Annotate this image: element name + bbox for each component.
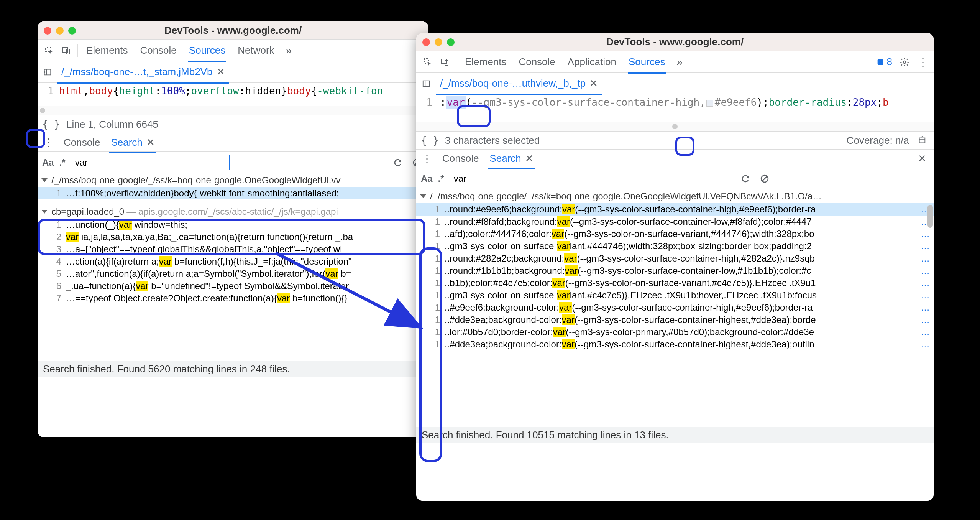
result-line[interactable]: 1..afd);color:#444746;color:var(--gm3-sy…: [416, 228, 934, 240]
result-file-header[interactable]: /_/mss/boq-one-google/_/ss/k=boq-one-goo…: [416, 189, 934, 203]
drawer-tab-search[interactable]: Search ✕: [109, 133, 156, 153]
svg-rect-10: [877, 59, 883, 65]
coverage-icon[interactable]: [915, 133, 929, 147]
result-line[interactable]: 1..round:#282a2c;background:var(--gm3-sy…: [416, 252, 934, 265]
result-line[interactable]: 1..#dde3ea;background-color:var(--gm3-sy…: [416, 338, 934, 351]
code-line[interactable]: html,body{height:100%;overflow:hidden}bo…: [59, 85, 383, 97]
result-file-header[interactable]: cb=gapi.loaded_0 — apis.google.com/_/scs…: [38, 205, 428, 219]
drawer-tab-console[interactable]: Console: [441, 149, 480, 168]
inspect-element-icon[interactable]: [42, 44, 56, 58]
navigator-toggle-icon[interactable]: [419, 77, 433, 91]
tab-sources[interactable]: Sources: [628, 51, 666, 74]
more-tabs-icon[interactable]: »: [286, 44, 292, 57]
result-line[interactable]: 4…ction(a){if(a)return a;var b=function(…: [38, 255, 428, 268]
close-window-icon[interactable]: [44, 27, 51, 35]
regex-toggle[interactable]: .*: [438, 173, 444, 184]
tab-application[interactable]: Application: [567, 51, 617, 72]
search-match: var: [564, 253, 577, 263]
refresh-icon[interactable]: [391, 156, 405, 169]
result-line[interactable]: 1 …t:100%;overflow:hidden}body{-webkit-f…: [38, 187, 428, 199]
result-line[interactable]: 1..round:#e9eef6;background:var(--gm3-sy…: [416, 203, 934, 216]
refresh-icon[interactable]: [739, 172, 752, 186]
drawer-menu-icon[interactable]: ⋮: [42, 136, 54, 149]
navigator-toggle-icon[interactable]: [41, 65, 54, 79]
search-input[interactable]: [71, 155, 230, 170]
search-input[interactable]: [450, 171, 733, 186]
result-line[interactable]: 1..lor:#0b57d0;border-color:var(--gm3-sy…: [416, 326, 934, 338]
code-line[interactable]: :var(--gm3-sys-color-surface-container-h…: [438, 97, 889, 108]
tab-elements[interactable]: Elements: [464, 51, 507, 72]
code-token: (: [466, 97, 472, 108]
minimap[interactable]: [38, 106, 428, 115]
tab-console[interactable]: Console: [139, 40, 177, 61]
search-match: var: [562, 204, 575, 214]
drawer-tab-console[interactable]: Console: [62, 133, 102, 152]
maximize-window-icon[interactable]: [68, 27, 76, 35]
result-line-number: 1: [426, 327, 440, 337]
close-tab-icon[interactable]: ✕: [146, 137, 155, 148]
color-swatch[interactable]: [706, 100, 713, 107]
result-line[interactable]: 1..#e9eef6;background-color:var(--gm3-sy…: [416, 301, 934, 314]
file-tab[interactable]: /_/mss/boq-one-…t,_stam,jMb2Vb ✕: [57, 61, 229, 84]
minimap[interactable]: [416, 122, 934, 131]
tab-network[interactable]: Network: [237, 40, 275, 61]
search-match: var: [552, 278, 565, 288]
result-line[interactable]: 6_.ua=function(a){var b="undefined"!=typ…: [38, 280, 428, 292]
more-tabs-icon[interactable]: »: [676, 56, 683, 68]
result-line[interactable]: 1..b1b);color:#c4c7c5;color:var(--gm3-sy…: [416, 277, 934, 289]
result-line[interactable]: 7…==typeof Object.create?Object.create:f…: [38, 292, 428, 304]
result-file-header[interactable]: /_/mss/boq-one-google/_/ss/k=boq-one-goo…: [38, 173, 428, 187]
format-icon[interactable]: { }: [42, 118, 60, 130]
search-results[interactable]: /_/mss/boq-one-google/_/ss/k=boq-one-goo…: [38, 173, 428, 361]
inspect-element-icon[interactable]: [421, 55, 435, 69]
issues-badge[interactable]: 8: [876, 56, 892, 68]
result-line[interactable]: 1..#dde3ea;background-color:var(--gm3-sy…: [416, 314, 934, 326]
result-line[interactable]: 1..round:#1b1b1b;background:var(--gm3-sy…: [416, 265, 934, 277]
tab-console[interactable]: Console: [518, 51, 556, 72]
match-case-toggle[interactable]: Aa: [42, 157, 54, 168]
clear-icon[interactable]: [758, 172, 772, 186]
result-line[interactable]: 1..gm3-sys-color-on-surface-variant,#444…: [416, 240, 934, 252]
close-window-icon[interactable]: [422, 38, 430, 46]
file-tab[interactable]: /_/mss/boq-one-…uthview,_b,_tp ✕: [436, 73, 602, 95]
code-editor[interactable]: 1 html,body{height:100%;overflow:hidden}…: [38, 83, 428, 106]
device-toolbar-icon[interactable]: [59, 44, 73, 58]
search-match: var: [557, 290, 570, 300]
ellipsis-icon: …: [921, 290, 930, 301]
close-tab-icon[interactable]: ✕: [525, 153, 534, 165]
minimize-window-icon[interactable]: [56, 27, 64, 35]
more-menu-icon[interactable]: ⋮: [917, 56, 929, 68]
tab-elements[interactable]: Elements: [85, 40, 128, 61]
minimize-window-icon[interactable]: [435, 38, 442, 46]
device-toolbar-icon[interactable]: [438, 55, 451, 69]
drawer-tab-search[interactable]: Search ✕: [488, 149, 535, 169]
result-line[interactable]: 3…a=["object"==typeof globalThis&&global…: [38, 243, 428, 255]
format-icon[interactable]: { }: [421, 135, 439, 146]
result-line[interactable]: 1…unction(_){var window=this;: [38, 219, 428, 231]
devtools-window-left: DevTools - www.google.com/ Elements Cons…: [38, 21, 428, 437]
result-line-number: 1: [48, 188, 61, 199]
search-match: var: [552, 229, 564, 239]
result-line[interactable]: 5…ator",function(a){if(a)return a;a=Symb…: [38, 268, 428, 280]
settings-icon[interactable]: [898, 55, 911, 69]
code-token: height: [119, 85, 155, 97]
result-line[interactable]: 2var ia,ja,la,sa,ta,xa,ya,Ba;_.ca=functi…: [38, 231, 428, 243]
drawer-tabs: ⋮ Console Search ✕: [38, 133, 428, 152]
regex-toggle[interactable]: .*: [59, 157, 66, 168]
result-line[interactable]: 1..round:#f8fafd;background:var(--gm3-sy…: [416, 216, 934, 228]
close-drawer-icon[interactable]: ✕: [915, 152, 929, 166]
result-line-text: ..round:#1b1b1b;background:var(--gm3-sys…: [445, 265, 921, 276]
match-case-toggle[interactable]: Aa: [421, 173, 433, 184]
close-tab-icon[interactable]: ✕: [589, 77, 598, 89]
code-editor[interactable]: 1 :var(--gm3-sys-color-surface-container…: [416, 94, 934, 122]
close-tab-icon[interactable]: ✕: [217, 66, 225, 78]
result-line-number: 1: [426, 314, 440, 325]
result-line[interactable]: 1..gm3-sys-color-on-surface-variant,#c4c…: [416, 289, 934, 301]
code-token: }: [281, 85, 287, 97]
maximize-window-icon[interactable]: [447, 38, 455, 46]
tab-sources[interactable]: Sources: [188, 40, 226, 62]
search-results[interactable]: /_/mss/boq-one-google/_/ss/k=boq-one-goo…: [416, 189, 934, 427]
editor-status: { } 3 characters selected Coverage: n/a: [416, 131, 934, 150]
scrollbar-thumb[interactable]: [927, 205, 933, 228]
drawer-menu-icon[interactable]: ⋮: [421, 152, 433, 165]
